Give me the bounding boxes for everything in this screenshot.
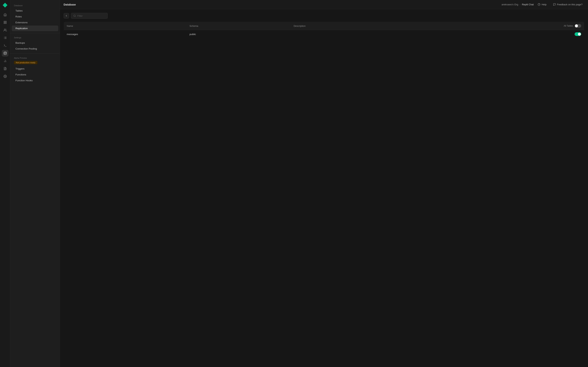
table-body: messages public bbox=[64, 30, 584, 38]
sidebar-divider-1 bbox=[10, 33, 60, 33]
all-tables-label: All Tables bbox=[564, 25, 573, 27]
sidebar-icon-home[interactable] bbox=[2, 11, 9, 18]
topbar: Database areknawo's Org › Replit Chat He… bbox=[60, 0, 588, 9]
sidebar-icon-settings[interactable] bbox=[2, 73, 9, 80]
alpha-section-label: Alpha Preview bbox=[10, 55, 60, 60]
sidebar-item-backups[interactable]: Backups bbox=[12, 40, 58, 46]
col-header-schema: Schema bbox=[187, 22, 291, 30]
sidebar-divider-2 bbox=[10, 53, 60, 54]
row-description bbox=[291, 30, 417, 38]
help-button[interactable]: Help bbox=[536, 2, 548, 7]
topbar-actions: Help Feedback on this page? bbox=[536, 2, 584, 7]
app-logo bbox=[2, 2, 8, 8]
nav-sidebar: Database Tables Roles Extensions Replica… bbox=[10, 0, 60, 367]
svg-rect-0 bbox=[4, 21, 5, 22]
sidebar-icon-users[interactable] bbox=[2, 27, 9, 33]
all-tables-toggle-track bbox=[575, 24, 581, 28]
search-icon bbox=[73, 15, 76, 17]
icon-sidebar bbox=[0, 0, 10, 367]
table-row: messages public bbox=[64, 30, 584, 38]
logo-shape bbox=[3, 3, 8, 8]
svg-rect-1 bbox=[5, 21, 6, 22]
sidebar-icon-document[interactable] bbox=[2, 65, 9, 72]
all-tables-toggle-thumb bbox=[575, 25, 578, 27]
sidebar-item-tables[interactable]: Tables bbox=[12, 8, 58, 14]
row-toggle[interactable] bbox=[575, 32, 581, 36]
chevron-left-icon bbox=[65, 15, 68, 17]
col-header-name: Name bbox=[64, 22, 187, 30]
col-header-all-tables: All Tables bbox=[417, 22, 584, 30]
breadcrumb-chevron: › bbox=[520, 3, 520, 6]
page-title: Database bbox=[64, 3, 499, 6]
back-button[interactable] bbox=[64, 13, 69, 18]
row-toggle-thumb bbox=[578, 33, 581, 36]
svg-point-18 bbox=[5, 76, 6, 77]
row-schema: public bbox=[187, 30, 291, 38]
svg-point-21 bbox=[74, 15, 75, 17]
svg-rect-3 bbox=[4, 23, 5, 24]
sidebar-item-extensions[interactable]: Extensions bbox=[12, 20, 58, 25]
content-area: Name Schema Description All Tables bbox=[60, 9, 588, 367]
svg-point-19 bbox=[538, 3, 540, 6]
svg-point-12 bbox=[4, 52, 6, 53]
sidebar-icon-analytics[interactable] bbox=[2, 58, 9, 64]
all-tables-toggle[interactable] bbox=[575, 24, 581, 28]
sidebar-item-connection-pooling[interactable]: Connection Pooling bbox=[12, 46, 58, 51]
row-toggle-track bbox=[575, 32, 581, 36]
filter-row bbox=[64, 13, 584, 19]
replication-table: Name Schema Description All Tables bbox=[64, 22, 584, 38]
filter-input[interactable] bbox=[77, 15, 105, 17]
settings-section-label: Settings bbox=[10, 35, 60, 40]
filter-input-wrap[interactable] bbox=[71, 13, 108, 19]
svg-point-4 bbox=[4, 29, 5, 30]
svg-line-22 bbox=[75, 16, 76, 17]
sidebar-item-roles[interactable]: Roles bbox=[12, 14, 58, 19]
database-section-label: Database bbox=[10, 3, 60, 8]
sidebar-icon-list[interactable] bbox=[2, 34, 9, 41]
sidebar-item-function-hooks[interactable]: Function Hooks bbox=[12, 78, 58, 83]
sidebar-item-replication[interactable]: Replication bbox=[12, 25, 58, 31]
svg-rect-2 bbox=[5, 23, 6, 24]
help-circle-icon bbox=[538, 3, 540, 6]
sidebar-icon-terminal[interactable] bbox=[2, 42, 9, 49]
main-content: Database areknawo's Org › Replit Chat He… bbox=[60, 0, 588, 367]
breadcrumb-current: Replit Chat bbox=[522, 3, 534, 6]
not-production-badge: Not production ready bbox=[14, 61, 37, 64]
sidebar-item-functions[interactable]: Functions bbox=[12, 72, 58, 77]
breadcrumb-org: areknawo's Org bbox=[502, 3, 518, 6]
row-name: messages bbox=[64, 30, 187, 38]
sidebar-item-triggers[interactable]: Triggers bbox=[12, 66, 58, 72]
feedback-button[interactable]: Feedback on this page? bbox=[551, 2, 584, 7]
chat-icon bbox=[553, 3, 556, 6]
col-header-description: Description bbox=[291, 22, 417, 30]
sidebar-icon-database[interactable] bbox=[2, 50, 9, 57]
table-header: Name Schema Description All Tables bbox=[64, 22, 584, 30]
row-toggle-cell bbox=[417, 30, 584, 38]
sidebar-icon-grid[interactable] bbox=[2, 19, 9, 26]
breadcrumb: areknawo's Org › Replit Chat bbox=[502, 3, 534, 6]
